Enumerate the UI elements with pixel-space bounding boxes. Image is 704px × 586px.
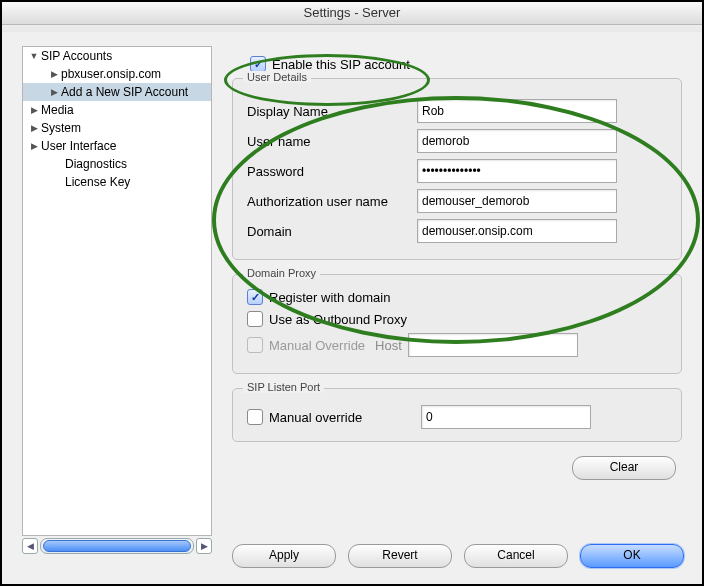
tree-label: License Key	[65, 175, 130, 189]
register-with-domain-label: Register with domain	[269, 290, 390, 305]
account-tree[interactable]: ▼ SIP Accounts ▶ pbxuser.onsip.com ▶ Add…	[22, 46, 212, 536]
scroll-thumb[interactable]	[43, 540, 191, 552]
sip-listen-port-legend: SIP Listen Port	[243, 381, 324, 393]
disclosure-down-icon: ▼	[29, 51, 39, 61]
domain-input[interactable]	[417, 219, 617, 243]
host-input[interactable]	[408, 333, 578, 357]
scroll-left-icon[interactable]: ◀	[22, 538, 38, 554]
listen-port-input[interactable]	[421, 405, 591, 429]
user-details-group: User Details Display Name User name Pass…	[232, 78, 682, 260]
register-with-domain-checkbox[interactable]	[247, 289, 263, 305]
tree-item-add-new-sip-account[interactable]: ▶ Add a New SIP Account	[23, 83, 211, 101]
tree-item-system[interactable]: ▶ System	[23, 119, 211, 137]
auth-user-name-label: Authorization user name	[247, 194, 417, 209]
window-title: Settings - Server	[2, 2, 702, 25]
tree-item-license-key[interactable]: License Key	[23, 173, 211, 191]
password-input[interactable]	[417, 159, 617, 183]
tree-label: System	[41, 121, 81, 135]
apply-button[interactable]: Apply	[232, 544, 336, 568]
host-label: Host	[375, 338, 402, 353]
domain-label: Domain	[247, 224, 417, 239]
clear-button[interactable]: Clear	[572, 456, 676, 480]
settings-window: Settings - Server ▼ SIP Accounts ▶ pbxus…	[0, 0, 704, 586]
tree-label: Diagnostics	[65, 157, 127, 171]
cancel-button[interactable]: Cancel	[464, 544, 568, 568]
main-panel: Enable this SIP account User Details Dis…	[232, 56, 682, 560]
sip-listen-port-group: SIP Listen Port Manual override	[232, 388, 682, 442]
tree-horizontal-scrollbar[interactable]: ◀ ▶	[22, 538, 212, 554]
disclosure-right-icon: ▶	[29, 141, 39, 151]
clear-row: Clear	[232, 456, 682, 480]
scroll-track[interactable]	[40, 538, 194, 554]
bottom-button-bar: Apply Revert Cancel OK	[232, 544, 682, 568]
disclosure-right-icon: ▶	[49, 87, 59, 97]
outbound-proxy-checkbox[interactable]	[247, 311, 263, 327]
tree-item-diagnostics[interactable]: Diagnostics	[23, 155, 211, 173]
tree-item-sip-accounts[interactable]: ▼ SIP Accounts	[23, 47, 211, 65]
tree-label: Media	[41, 103, 74, 117]
tree-item-user-interface[interactable]: ▶ User Interface	[23, 137, 211, 155]
tree-label: pbxuser.onsip.com	[61, 67, 161, 81]
domain-proxy-legend: Domain Proxy	[243, 267, 320, 279]
user-name-label: User name	[247, 134, 417, 149]
display-name-input[interactable]	[417, 99, 617, 123]
ok-button[interactable]: OK	[580, 544, 684, 568]
disclosure-right-icon: ▶	[49, 69, 59, 79]
window-content: ▼ SIP Accounts ▶ pbxuser.onsip.com ▶ Add…	[2, 26, 702, 584]
password-label: Password	[247, 164, 417, 179]
sidebar: ▼ SIP Accounts ▶ pbxuser.onsip.com ▶ Add…	[22, 46, 212, 554]
display-name-label: Display Name	[247, 104, 417, 119]
disclosure-right-icon: ▶	[29, 105, 39, 115]
user-name-input[interactable]	[417, 129, 617, 153]
enable-account-row: Enable this SIP account	[232, 56, 682, 72]
tree-item-media[interactable]: ▶ Media	[23, 101, 211, 119]
user-details-legend: User Details	[243, 71, 311, 83]
tree-label: SIP Accounts	[41, 49, 112, 63]
auth-user-name-input[interactable]	[417, 189, 617, 213]
manual-override-port-label: Manual override	[269, 410, 421, 425]
tree-label: User Interface	[41, 139, 116, 153]
enable-account-checkbox[interactable]	[250, 56, 266, 72]
scroll-right-icon[interactable]: ▶	[196, 538, 212, 554]
outbound-proxy-label: Use as Outbound Proxy	[269, 312, 407, 327]
tree-item-account-0[interactable]: ▶ pbxuser.onsip.com	[23, 65, 211, 83]
disclosure-right-icon: ▶	[29, 123, 39, 133]
revert-button[interactable]: Revert	[348, 544, 452, 568]
enable-account-label: Enable this SIP account	[272, 57, 410, 72]
domain-proxy-group: Domain Proxy Register with domain Use as…	[232, 274, 682, 374]
manual-override-port-checkbox[interactable]	[247, 409, 263, 425]
manual-override-proxy-checkbox	[247, 337, 263, 353]
tree-label: Add a New SIP Account	[61, 85, 188, 99]
manual-override-proxy-label: Manual Override	[269, 338, 365, 353]
